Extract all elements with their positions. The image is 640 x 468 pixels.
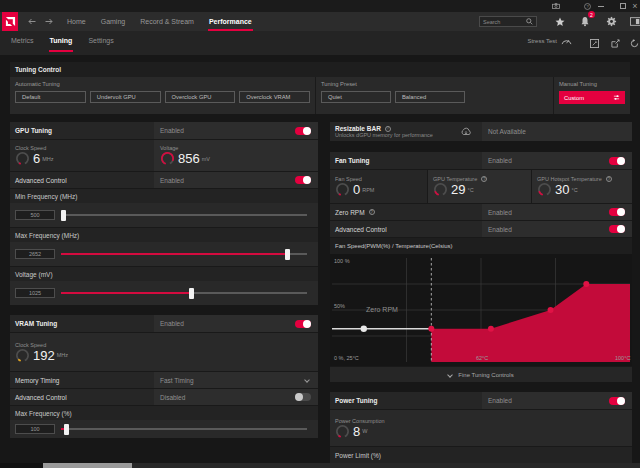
gpu-temperature-help-icon[interactable]: ?: [481, 176, 487, 182]
tab-tuning[interactable]: Tuning: [49, 31, 74, 52]
window-title-bar: ? ×: [0, 0, 640, 12]
slider-handle[interactable]: [64, 424, 69, 435]
vram-max-frequency-label: Max Frequency (%): [10, 405, 318, 420]
chevron-down-icon: [447, 372, 453, 378]
tuning-control-title: Tuning Control: [10, 62, 630, 77]
memory-timing-select[interactable]: Fast Timing: [154, 372, 318, 388]
back-icon[interactable]: [28, 12, 36, 31]
voltage-slider[interactable]: 1025: [10, 281, 318, 305]
slider-track[interactable]: [61, 428, 307, 430]
svg-text:100 %: 100 %: [334, 258, 350, 264]
gpu-tuning-panel: GPU Tuning Enabled Clock Speed 6MHz Volt…: [10, 122, 318, 305]
undervolt-gpu-button[interactable]: Undervolt GPU: [90, 91, 161, 103]
nav-tab-record-stream[interactable]: Record & Stream: [139, 12, 195, 31]
gpu-advanced-toggle[interactable]: [295, 176, 311, 184]
gpu-advanced-control-label: Advanced Control: [10, 172, 154, 188]
vram-advanced-state: Disabled: [160, 394, 185, 401]
vram-max-frequency-slider[interactable]: 100: [10, 420, 318, 438]
reset-icon[interactable]: [628, 37, 640, 49]
horizontal-scrollbar[interactable]: [0, 463, 640, 468]
slider-value-input[interactable]: 100: [15, 424, 55, 434]
notifications-bell-icon[interactable]: 2: [578, 14, 592, 29]
max-frequency-label: Max Frequency (MHz): [10, 227, 318, 242]
resizable-bar-help-icon[interactable]: ?: [385, 126, 391, 132]
overclock-gpu-button[interactable]: Overclock GPU: [165, 91, 236, 103]
vram-clock-gauge: [15, 348, 30, 363]
stress-gauge-icon: [561, 36, 572, 45]
vram-tuning-state: Enabled: [160, 320, 184, 327]
stress-test-control[interactable]: Stress Test: [527, 36, 572, 45]
close-button[interactable]: ×: [630, 0, 640, 12]
svg-text:62°C: 62°C: [476, 355, 488, 361]
slider-value-input[interactable]: 1025: [15, 288, 55, 298]
search-icon: [526, 18, 533, 25]
slider-track[interactable]: [61, 214, 307, 216]
maximize-button[interactable]: [617, 0, 629, 12]
amd-logo[interactable]: [2, 12, 18, 31]
fan-advanced-toggle[interactable]: [609, 225, 625, 233]
slider-handle[interactable]: [61, 210, 66, 221]
voltage-gauge: [160, 151, 175, 166]
max-frequency-slider[interactable]: 2652: [10, 242, 318, 266]
zero-rpm-state: Enabled: [488, 209, 512, 216]
resizable-bar-status: Not Available: [488, 128, 526, 135]
resizable-bar-title: Resizable BAR: [335, 125, 381, 132]
fan-curve-chart[interactable]: 100 %50%0 %, 25°C62°C100°CZero RPM: [330, 254, 632, 366]
vram-tuning-title: VRAM Tuning: [10, 315, 154, 332]
vram-advanced-toggle[interactable]: [295, 393, 311, 401]
slider-value-input[interactable]: 2652: [15, 249, 55, 259]
min-frequency-slider[interactable]: 500: [10, 203, 318, 227]
power-tuning-state: Enabled: [488, 397, 512, 404]
fine-tuning-controls[interactable]: Fine Tuning Controls: [330, 366, 632, 382]
settings-gear-icon[interactable]: [604, 14, 618, 29]
tab-metrics[interactable]: Metrics: [10, 31, 35, 52]
gpu-tuning-title: GPU Tuning: [10, 122, 154, 139]
camera-icon[interactable]: [550, 0, 562, 12]
sliders-icon: [613, 94, 620, 101]
tab-settings[interactable]: Settings: [87, 31, 114, 52]
fan-advanced-state: Enabled: [488, 226, 512, 233]
export-share-icon[interactable]: [609, 37, 621, 49]
slider-handle[interactable]: [189, 288, 194, 299]
fan-chart-title: Fan Speed(PWM(%) / Temperature(Celsius): [330, 237, 632, 254]
nav-tab-home[interactable]: Home: [66, 12, 87, 31]
zero-rpm-label: Zero RPM: [335, 209, 365, 216]
cloud-download-icon: [460, 127, 472, 136]
tuning-log-icon[interactable]: [588, 37, 600, 49]
zero-rpm-toggle[interactable]: [609, 208, 625, 216]
gpu-advanced-state: Enabled: [160, 177, 184, 184]
power-tuning-toggle[interactable]: [609, 397, 625, 405]
gpu-hotspot-help-icon[interactable]: ?: [606, 176, 612, 182]
balanced-button[interactable]: Balanced: [395, 91, 465, 103]
slider-handle[interactable]: [285, 249, 290, 260]
zero-rpm-help-icon[interactable]: ?: [369, 209, 375, 215]
gpu-tuning-toggle[interactable]: [295, 127, 311, 135]
tuning-preset-label: Tuning Preset: [321, 81, 548, 87]
slider-track[interactable]: [61, 292, 307, 294]
slider-value-input[interactable]: 500: [15, 210, 55, 220]
minimize-button[interactable]: [595, 0, 607, 12]
power-tuning-panel: Power Tuning Enabled Power Consumption 8…: [330, 392, 632, 468]
vram-tuning-panel: VRAM Tuning Enabled Clock Speed 192MHz M…: [10, 315, 318, 438]
forward-icon[interactable]: [45, 12, 53, 31]
min-frequency-label: Min Frequency (MHz): [10, 188, 318, 203]
overlay-panel-icon[interactable]: [628, 14, 640, 29]
vram-tuning-toggle[interactable]: [295, 320, 311, 328]
tuning-control-panel: Tuning Control Automatic Tuning Default …: [10, 62, 630, 114]
nav-tab-gaming[interactable]: Gaming: [100, 12, 127, 31]
search-input[interactable]: Search: [479, 16, 537, 27]
favorites-star-icon[interactable]: [553, 14, 567, 29]
default-button[interactable]: Default: [15, 91, 86, 103]
slider-track[interactable]: [61, 253, 307, 255]
quiet-button[interactable]: Quiet: [321, 91, 391, 103]
overclock-vram-button[interactable]: Overclock VRAM: [239, 91, 310, 103]
power-tuning-title: Power Tuning: [330, 392, 482, 409]
nav-tab-performance[interactable]: Performance: [208, 12, 253, 31]
custom-button[interactable]: Custom: [559, 91, 625, 104]
fan-tuning-panel: Fan Tuning Enabled Fan Speed 0RPM GPU Te…: [330, 152, 632, 382]
clock-speed-gauge: [15, 151, 30, 166]
fan-tuning-toggle[interactable]: [609, 157, 625, 165]
fan-advanced-control-label: Advanced Control: [330, 221, 482, 237]
scrollbar-thumb[interactable]: [43, 463, 132, 468]
automatic-tuning-section: Automatic Tuning Default Undervolt GPU O…: [10, 77, 315, 114]
